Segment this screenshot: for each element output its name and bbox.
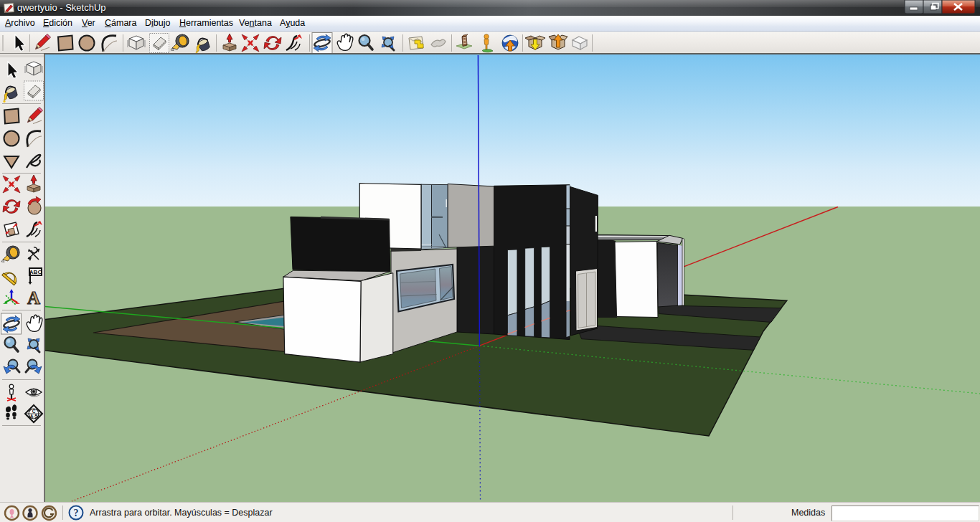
svg-text:?: ? [74,508,79,518]
